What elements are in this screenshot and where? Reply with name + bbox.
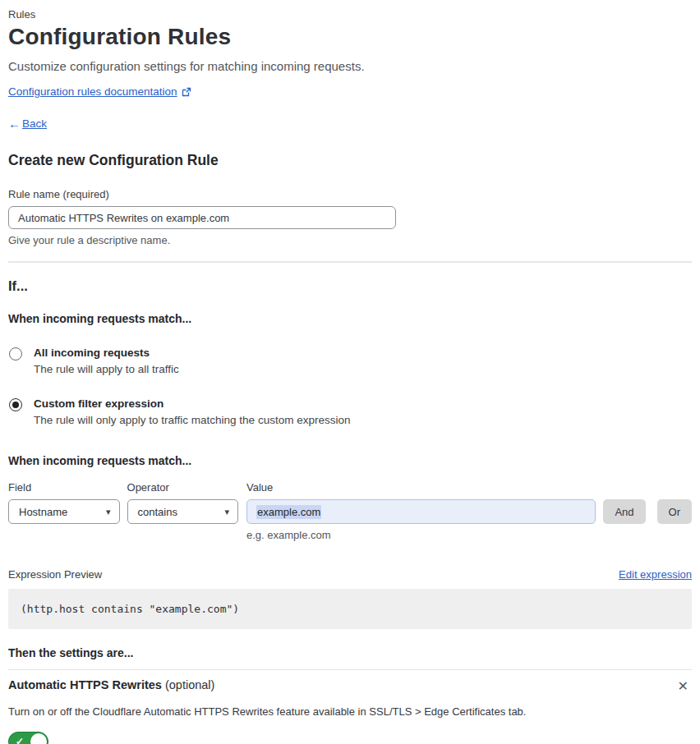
setting-description: Turn on or off the Cloudflare Automatic … xyxy=(8,705,692,718)
page-title: Configuration Rules xyxy=(8,24,692,50)
rule-name-label: Rule name (required) xyxy=(8,188,692,200)
expression-preview-row: Expression Preview Edit expression xyxy=(8,568,692,581)
radio-option-all-requests[interactable]: All incoming requests The rule will appl… xyxy=(8,347,692,375)
filter-builder-row: Field Hostname ▾ Operator contains ▾ Val… xyxy=(8,481,692,541)
field-label: Field xyxy=(8,481,120,494)
field-select-value: Hostname xyxy=(19,506,67,518)
then-heading: Then the settings are... xyxy=(8,646,692,659)
radio-custom-filter-label: Custom filter expression xyxy=(34,397,350,410)
documentation-link-row: Configuration rules documentation xyxy=(8,85,692,98)
builder-heading: When incoming requests match... xyxy=(8,454,692,467)
and-button[interactable]: And xyxy=(603,499,645,524)
rule-name-value: Automatic HTTPS Rewrites on example.com xyxy=(18,212,229,224)
external-link-icon xyxy=(182,87,191,97)
setting-optional-tag: (optional) xyxy=(165,678,214,691)
toggle-knob[interactable] xyxy=(30,733,47,744)
chevron-down-icon: ▾ xyxy=(106,507,111,517)
setting-automatic-https-rewrites: Automatic HTTPS Rewrites (optional) ✕ Tu… xyxy=(8,669,692,744)
configuration-rules-page: Rules Configuration Rules Customize conf… xyxy=(0,0,700,744)
setting-title: Automatic HTTPS Rewrites xyxy=(8,678,162,691)
operator-select-value: contains xyxy=(138,506,177,518)
create-rule-heading: Create new Configuration Rule xyxy=(8,152,692,169)
page-subtitle: Customize configuration settings for mat… xyxy=(8,59,692,73)
automatic-https-rewrites-toggle[interactable]: ✓ xyxy=(8,732,48,744)
expression-code-box: (http.host contains "example.com") xyxy=(8,589,692,629)
radio-custom-filter-desc: The rule will only apply to traffic matc… xyxy=(34,414,350,426)
value-input[interactable]: example.com xyxy=(246,499,596,524)
value-help: e.g. example.com xyxy=(246,529,596,541)
match-heading: When incoming requests match... xyxy=(8,312,692,325)
back-arrow-icon: ← xyxy=(8,117,21,131)
close-icon[interactable]: ✕ xyxy=(675,678,692,695)
radio-all-requests-desc: The rule will apply to all traffic xyxy=(34,363,179,375)
section-divider xyxy=(8,261,692,263)
expression-code: (http.host contains "example.com") xyxy=(21,603,239,615)
or-button[interactable]: Or xyxy=(657,499,692,524)
if-heading: If... xyxy=(8,278,692,294)
operator-label: Operator xyxy=(127,481,239,494)
radio-unselected-icon[interactable] xyxy=(9,347,22,361)
field-select[interactable]: Hostname ▾ xyxy=(8,499,120,524)
value-input-text: example.com xyxy=(256,505,321,519)
rule-name-input[interactable]: Automatic HTTPS Rewrites on example.com xyxy=(8,206,396,229)
rule-name-help: Give your rule a descriptive name. xyxy=(8,234,692,246)
check-icon: ✓ xyxy=(16,736,24,744)
edit-expression-link[interactable]: Edit expression xyxy=(619,568,692,581)
breadcrumb[interactable]: Rules xyxy=(8,8,692,21)
back-link[interactable]: Back xyxy=(22,117,47,130)
documentation-link[interactable]: Configuration rules documentation xyxy=(8,85,177,98)
expression-preview-label: Expression Preview xyxy=(8,568,102,581)
radio-option-custom-filter[interactable]: Custom filter expression The rule will o… xyxy=(8,397,692,426)
radio-all-requests-label: All incoming requests xyxy=(34,347,179,359)
radio-selected-icon[interactable] xyxy=(9,398,22,411)
chevron-down-icon: ▾ xyxy=(225,507,230,517)
operator-select[interactable]: contains ▾ xyxy=(127,499,239,524)
back-link-row[interactable]: ← Back xyxy=(8,117,692,131)
value-label: Value xyxy=(246,481,596,494)
